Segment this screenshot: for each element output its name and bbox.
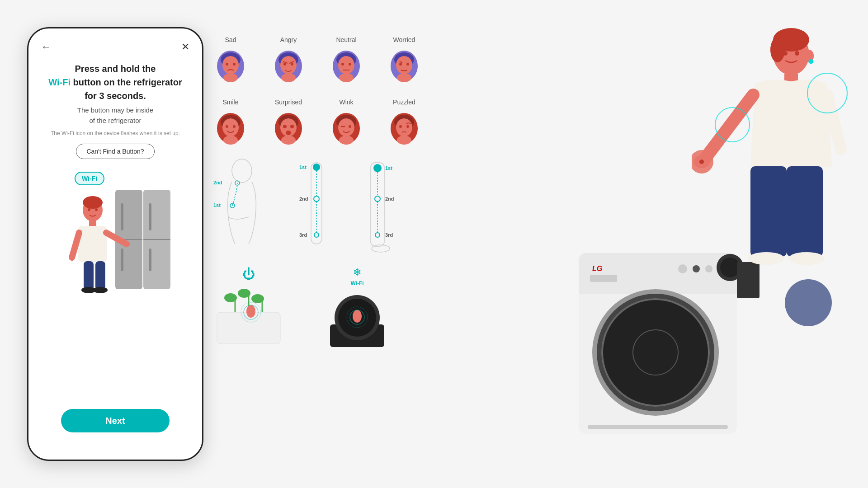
svg-point-23 [226, 63, 228, 66]
svg-point-47 [222, 118, 239, 136]
svg-point-70 [232, 159, 252, 183]
svg-point-25 [223, 73, 238, 82]
face-sad-label: Sad [225, 36, 236, 43]
arm-diagram: 1st 2nd 3rd [298, 158, 335, 253]
svg-rect-11 [78, 226, 107, 262]
svg-rect-5 [149, 203, 151, 230]
phone-header: ← ✕ [28, 28, 202, 57]
face-puzzled-label: Puzzled [393, 99, 415, 106]
face-smile-item: Smile [212, 99, 249, 145]
instruction-block: Press and hold the Wi-Fi button on the r… [34, 62, 196, 159]
svg-text:2nd: 2nd [385, 196, 394, 202]
body-diagram-section: 2nd 1st 1st 2nd [212, 158, 529, 253]
svg-point-149 [699, 160, 704, 164]
svg-text:3rd: 3rd [385, 232, 393, 238]
svg-point-76 [313, 164, 320, 171]
svg-text:2nd: 2nd [213, 180, 222, 185]
instruction-main-text: Press and hold the Wi-Fi button on the r… [48, 62, 182, 103]
svg-rect-127 [588, 425, 728, 429]
face-worried-label: Worried [393, 36, 415, 43]
face-wink-avatar [328, 108, 364, 145]
svg-line-141 [705, 95, 753, 158]
svg-point-140 [788, 252, 825, 265]
svg-text:1st: 1st [385, 165, 392, 171]
svg-point-55 [290, 125, 294, 128]
svg-point-96 [224, 293, 237, 302]
svg-line-13 [72, 233, 79, 258]
svg-point-19 [95, 208, 98, 211]
faces-section: Sad Angry [212, 36, 529, 145]
svg-point-9 [83, 196, 103, 209]
wifi-device-label: Wi-Fi [350, 280, 363, 286]
arm-svg: 1st 2nd 3rd [298, 158, 335, 253]
faces-row-1: Sad Angry [212, 36, 529, 82]
close-icon[interactable]: ✕ [181, 41, 189, 53]
svg-point-139 [748, 252, 784, 265]
svg-point-57 [281, 136, 296, 145]
svg-text:2nd: 2nd [299, 196, 308, 202]
svg-point-63 [339, 136, 354, 145]
svg-rect-102 [248, 308, 254, 317]
svg-point-135 [795, 51, 799, 56]
phone-mockup: ← ✕ Press and hold the Wi-Fi button on t… [27, 27, 203, 461]
svg-point-117 [678, 264, 687, 273]
face-puzzled-item: Puzzled [386, 99, 422, 145]
round-device-svg [321, 288, 393, 352]
svg-point-43 [406, 63, 409, 66]
svg-point-22 [222, 56, 239, 74]
svg-text:3rd: 3rd [299, 232, 307, 238]
svg-point-61 [349, 125, 351, 128]
face-worried-item: Worried [386, 36, 422, 82]
svg-rect-116 [590, 275, 617, 282]
svg-point-35 [341, 63, 344, 66]
svg-point-98 [238, 289, 250, 298]
svg-point-60 [338, 118, 354, 136]
svg-rect-137 [750, 166, 787, 257]
leg-svg: 1st 2nd 3rd [362, 158, 402, 253]
cant-find-button[interactable]: Can't Find a Button? [76, 144, 154, 159]
svg-point-54 [283, 125, 287, 128]
face-angry-avatar [270, 46, 307, 82]
face-wink-label: Wink [339, 99, 353, 106]
svg-point-29 [283, 63, 286, 66]
svg-point-86 [373, 164, 382, 172]
svg-point-88 [375, 196, 380, 202]
phone-illustration: Wi-Fi [52, 167, 179, 294]
svg-point-68 [406, 125, 409, 128]
svg-point-41 [396, 56, 412, 74]
svg-rect-10 [89, 221, 96, 227]
face-surprised-label: Surprised [275, 99, 302, 106]
svg-point-48 [226, 125, 228, 128]
svg-point-56 [286, 131, 291, 135]
svg-point-34 [338, 56, 354, 74]
side-body-diagram: 2nd 1st [212, 158, 271, 249]
fridge-person-svg [52, 181, 179, 298]
svg-point-38 [339, 73, 354, 82]
face-sad-avatar [212, 46, 249, 82]
svg-point-66 [396, 118, 412, 136]
face-neutral-item: Neutral [328, 36, 364, 82]
face-sad-item: Sad [212, 36, 249, 82]
svg-point-18 [88, 208, 90, 211]
svg-point-50 [223, 136, 238, 145]
svg-text:1st: 1st [213, 202, 221, 208]
instruction-sub-text: The button may be insideof the refrigera… [48, 105, 182, 126]
back-icon[interactable]: ← [41, 41, 51, 53]
svg-point-49 [233, 125, 236, 128]
svg-rect-6 [121, 249, 123, 271]
svg-point-91 [375, 233, 380, 237]
svg-rect-138 [787, 166, 823, 257]
svg-rect-109 [354, 313, 360, 322]
face-worried-avatar [386, 46, 422, 82]
asset-grid: Sad Angry [212, 36, 529, 352]
next-button[interactable]: Next [61, 409, 170, 432]
svg-point-147 [785, 279, 832, 326]
plant-svg [212, 285, 285, 348]
faces-row-2: Smile Surprised [212, 99, 529, 145]
svg-point-30 [291, 63, 293, 66]
svg-rect-4 [121, 203, 123, 230]
right-person-svg [692, 23, 854, 420]
svg-point-67 [399, 125, 402, 128]
plant-device: ⏻ [212, 267, 285, 348]
leg-diagram: 1st 2nd 3rd [362, 158, 402, 253]
